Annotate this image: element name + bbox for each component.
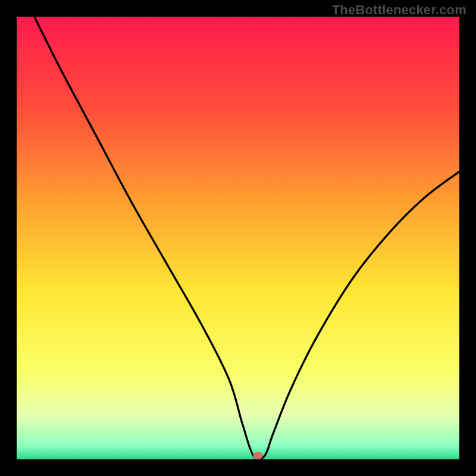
brand-watermark: TheBottlenecker.com — [332, 2, 466, 18]
chart-frame: TheBottlenecker.com — [0, 0, 476, 476]
curve-overlay — [17, 17, 459, 459]
optimal-marker — [253, 452, 262, 459]
plot-area — [17, 17, 459, 459]
bottleneck-curve — [35, 17, 459, 459]
